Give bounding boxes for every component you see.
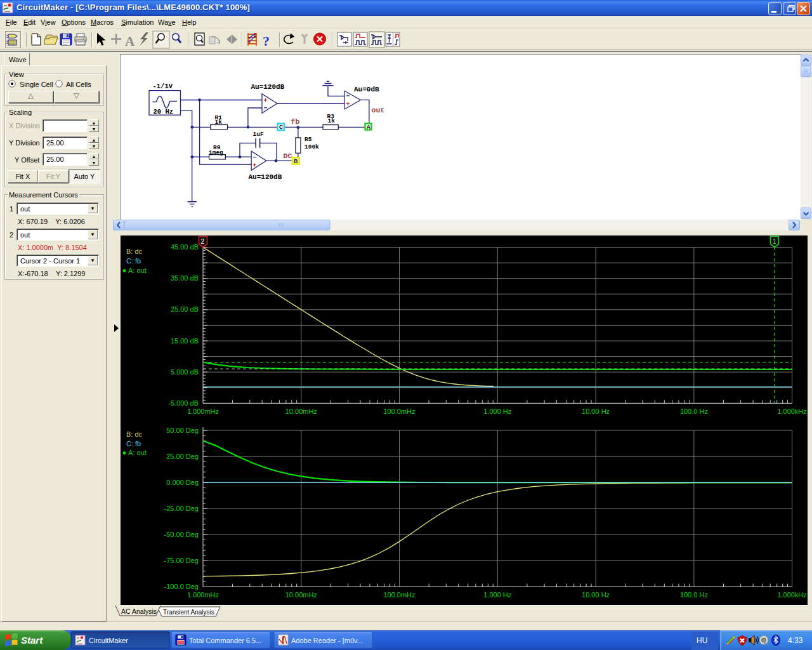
svg-text:Au=120dB: Au=120dB [249,173,282,181]
svg-text:B: B [294,158,298,164]
svg-text:20 Hz: 20 Hz [154,108,174,116]
svg-text:?: ? [263,33,270,49]
svg-text:1.000kHz: 1.000kHz [777,591,806,599]
svg-text:1.000kHz: 1.000kHz [777,408,806,415]
svg-text:0.000 Deg: 0.000 Deg [166,479,199,486]
svg-text:B: dc: B: dc [126,248,143,255]
svg-text:25.00 Deg: 25.00 Deg [166,453,199,460]
svg-text:2: 2 [201,238,205,245]
svg-text:fb: fb [291,117,300,126]
svg-text:50.00 Deg: 50.00 Deg [166,427,199,434]
svg-text:AC Analysis: AC Analysis [121,607,157,615]
svg-text:-25.00 Deg: -25.00 Deg [164,505,199,512]
svg-text:35.00 dB: 35.00 dB [171,274,199,282]
svg-text:100.0mHz: 100.0mHz [383,408,415,415]
svg-text:CircuitMaker: CircuitMaker [89,637,128,644]
svg-text:4:33: 4:33 [788,636,803,645]
svg-text:out: out [372,106,385,114]
svg-text:100.0 Hz: 100.0 Hz [680,591,708,599]
svg-text:1meg: 1meg [209,149,223,156]
svg-text:1.000 Hz: 1.000 Hz [483,591,511,599]
svg-text:1.000mHz: 1.000mHz [187,591,219,599]
svg-text:10.00 Hz: 10.00 Hz [582,591,610,599]
svg-text:A: out: A: out [128,267,147,274]
svg-text:10.00mHz: 10.00mHz [285,408,317,415]
svg-text:-50.00 Deg: -50.00 Deg [164,531,199,538]
svg-text:C: fb: C: fb [126,257,141,265]
svg-text:1k: 1k [215,119,223,126]
svg-text:Au=120dB: Au=120dB [251,83,285,91]
svg-text:C: C [279,124,283,130]
svg-text:1k: 1k [328,117,336,124]
svg-text:-75.00 Deg: -75.00 Deg [164,557,199,564]
svg-text:-100.0 Deg: -100.0 Deg [164,583,199,590]
svg-text:-1/1V: -1/1V [153,83,173,90]
svg-text:100k: 100k [304,143,319,150]
svg-text:1.000mHz: 1.000mHz [187,408,219,415]
svg-text:10.00 Hz: 10.00 Hz [582,408,610,415]
svg-text:R5: R5 [304,136,312,143]
svg-text:A: A [125,34,135,49]
svg-text:Au=0dB: Au=0dB [354,86,379,93]
svg-text:A: A [367,124,370,130]
svg-text:15.00 dB: 15.00 dB [171,337,199,345]
svg-text:5.000 dB: 5.000 dB [171,368,199,376]
svg-text:Adobe Reader - [műv...: Adobe Reader - [műv... [291,637,363,644]
svg-text:10.00mHz: 10.00mHz [285,591,317,599]
svg-text:1: 1 [773,238,776,245]
svg-text:Total Commander 6.5...: Total Commander 6.5... [189,637,261,644]
svg-text:100.0mHz: 100.0mHz [383,591,415,599]
svg-text:A: out: A: out [128,449,147,456]
svg-text:DC: DC [284,152,292,160]
svg-text:-5.000 dB: -5.000 dB [168,399,199,407]
svg-text:25.00 dB: 25.00 dB [171,305,199,313]
svg-text:100.0 Hz: 100.0 Hz [680,408,708,415]
svg-text:B: dc: B: dc [126,430,143,438]
svg-text:HU: HU [697,636,707,645]
svg-text:Start: Start [21,635,43,646]
svg-text:45.00 dB: 45.00 dB [171,243,199,251]
svg-text:C: fb: C: fb [126,440,141,448]
svg-text:1uF: 1uF [253,131,264,138]
svg-text:Transient Analysis: Transient Analysis [163,609,214,616]
svg-text:1.000 Hz: 1.000 Hz [483,408,511,415]
